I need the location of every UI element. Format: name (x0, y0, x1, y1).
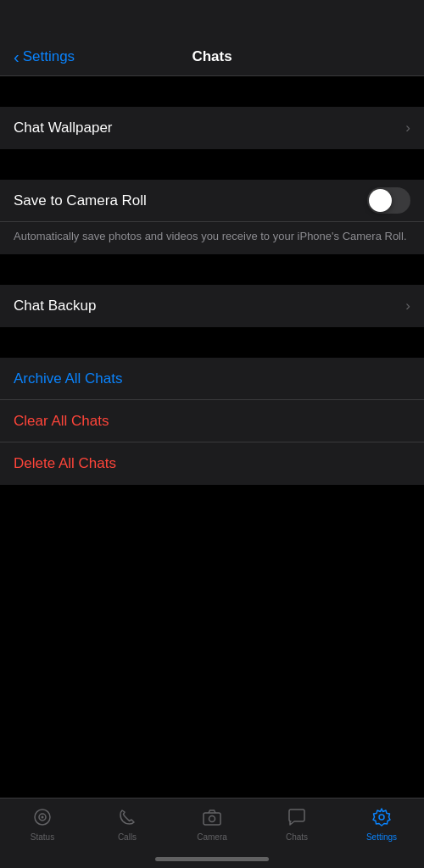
chevron-right-icon: › (405, 120, 410, 136)
tab-settings[interactable]: Settings (339, 805, 424, 842)
status-icon (31, 805, 54, 829)
clear-all-chats-label: Clear All Chats (14, 413, 410, 430)
archive-all-chats-row[interactable]: Archive All Chats (0, 358, 424, 400)
section-gap-3 (0, 254, 424, 285)
tab-camera[interactable]: Camera (170, 805, 254, 842)
tab-calls[interactable]: Calls (85, 805, 170, 842)
back-button[interactable]: ‹ Settings (14, 48, 75, 65)
section-gap-4 (0, 327, 424, 358)
chat-backup-row[interactable]: Chat Backup › (0, 285, 424, 327)
tab-camera-label: Camera (197, 832, 227, 842)
svg-point-4 (209, 816, 215, 822)
chats-icon (285, 805, 309, 829)
archive-all-chats-label: Archive All Chats (14, 370, 410, 387)
chevron-right-icon-2: › (405, 298, 410, 314)
section-backup: Chat Backup › (0, 285, 424, 327)
delete-all-chats-label: Delete All Chats (14, 455, 410, 472)
settings-content: Chat Wallpaper › Save to Camera Roll Aut… (0, 76, 424, 485)
svg-point-2 (42, 816, 44, 819)
settings-icon (370, 805, 393, 829)
save-to-camera-roll-label: Save to Camera Roll (14, 192, 367, 209)
save-to-camera-roll-toggle[interactable] (367, 187, 410, 214)
toggle-knob (369, 189, 392, 212)
section-camera-roll: Save to Camera Roll Automatically save p… (0, 180, 424, 254)
section-wallpaper: Chat Wallpaper › (0, 107, 424, 149)
svg-point-5 (379, 815, 384, 820)
tab-settings-label: Settings (366, 832, 397, 842)
navigation-header: ‹ Settings Chats (0, 0, 424, 76)
tab-status-label: Status (31, 832, 54, 842)
chevron-left-icon: ‹ (14, 48, 20, 65)
save-to-camera-roll-row: Save to Camera Roll (0, 180, 424, 222)
tab-calls-label: Calls (118, 832, 137, 842)
home-indicator (155, 857, 269, 861)
section-gap-2 (0, 149, 424, 180)
tab-status[interactable]: Status (0, 805, 85, 842)
clear-all-chats-row[interactable]: Clear All Chats (0, 400, 424, 442)
svg-rect-3 (204, 813, 220, 825)
calls-icon (115, 805, 139, 829)
save-toggle-container (367, 187, 410, 214)
chat-backup-label: Chat Backup (14, 298, 399, 314)
page-title: Chats (192, 48, 232, 65)
back-label: Settings (23, 48, 75, 65)
section-actions: Archive All Chats Clear All Chats Delete… (0, 358, 424, 485)
chat-wallpaper-row[interactable]: Chat Wallpaper › (0, 107, 424, 149)
tab-chats-label: Chats (286, 832, 308, 842)
camera-icon (200, 805, 224, 829)
section-gap-1 (0, 76, 424, 107)
chat-wallpaper-label: Chat Wallpaper (14, 120, 399, 136)
camera-roll-description: Automatically save photos and videos you… (0, 222, 424, 254)
delete-all-chats-row[interactable]: Delete All Chats (0, 442, 424, 485)
tab-chats[interactable]: Chats (254, 805, 339, 842)
